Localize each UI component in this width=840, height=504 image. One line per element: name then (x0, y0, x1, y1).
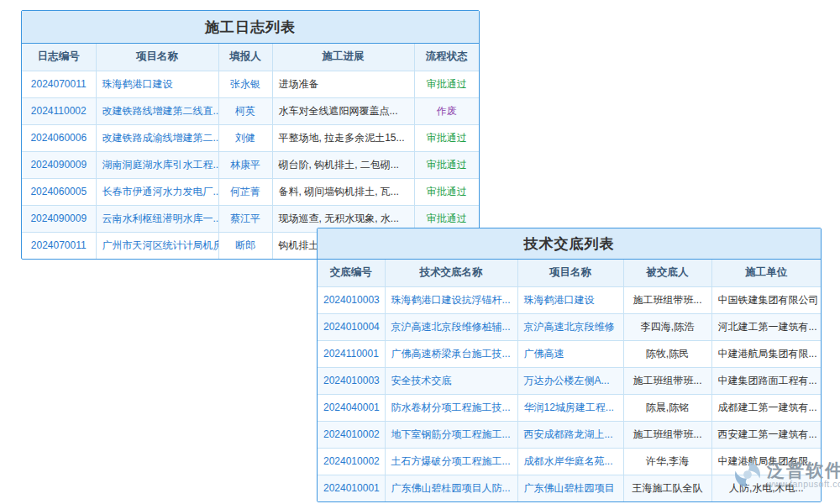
table-row[interactable]: 2024060005长春市伊通河水力发电厂...何芷菁备料, 砌间墙钩机排土, … (22, 178, 479, 205)
name-cell[interactable]: 珠海鹤港口建设抗浮锚杆... (385, 286, 517, 313)
id-cell[interactable]: 2024110002 (22, 97, 96, 124)
column-header-disclosure-id: 交底编号 (318, 260, 385, 286)
id-cell[interactable]: 2024010003 (318, 367, 385, 394)
table-row[interactable]: 2024010004京沪高速北京段维修桩辅...京沪高速北京段维修李四海,陈浩河… (318, 313, 821, 340)
receiver-cell: 陈晨,陈铭 (623, 394, 711, 421)
column-header-disclosure-project: 项目名称 (517, 260, 623, 286)
reporter-cell[interactable]: 断郎 (218, 232, 272, 259)
column-header-disclosure-unit: 施工单位 (711, 260, 821, 286)
table-row[interactable]: 2024010003安全技术交底万达办公楼左侧A...施工班组带班...中建集团… (318, 367, 821, 394)
project-cell[interactable]: 改建铁路成渝线增建第二... (96, 124, 218, 151)
status-cell: 审批通过 (414, 178, 479, 205)
name-cell[interactable]: 地下室钢筋分项工程施工... (385, 421, 517, 448)
project-cell[interactable]: 改建铁路线增建第二线直... (96, 97, 218, 124)
id-cell[interactable]: 2024060005 (22, 178, 96, 205)
name-cell[interactable]: 土石方爆破分项工程施工... (385, 448, 517, 475)
progress-cell: 进场准备 (272, 71, 414, 97)
receiver-cell: 许华,李海 (623, 448, 711, 475)
column-header-log-status: 流程状态 (414, 44, 479, 71)
receiver-cell: 施工班组带班... (623, 421, 711, 448)
project-cell[interactable]: 广东佛山碧桂园项目 (517, 475, 623, 501)
watermark-url-text: www.fanpusoft.com (767, 480, 840, 490)
unit-cell: 成都建工第一建筑有... (711, 394, 821, 421)
table-row[interactable]: 2024010002地下室钢筋分项工程施工...西安成都路龙湖上...施工班组带… (318, 421, 821, 448)
column-header-log-id: 日志编号 (22, 44, 96, 71)
table-row[interactable]: 2024070011珠海鹤港口建设张永银进场准备审批通过 (22, 71, 479, 97)
receiver-cell: 李四海,陈浩 (623, 313, 711, 340)
receiver-cell: 施工班组带班... (623, 286, 711, 313)
table-row[interactable]: 2024010003珠海鹤港口建设抗浮锚杆...珠海鹤港口建设施工班组带班...… (318, 286, 821, 313)
receiver-cell: 陈牧,陈民 (623, 340, 711, 367)
progress-cell: 备料, 砌间墙钩机排土, 瓦... (272, 178, 414, 205)
id-cell[interactable]: 2024010002 (318, 448, 385, 475)
fanpu-logo-icon (732, 459, 763, 490)
reporter-cell[interactable]: 何芷菁 (218, 178, 272, 205)
column-header-log-project: 项目名称 (96, 44, 218, 71)
project-cell[interactable]: 湖南洞庭湖水库引水工程... (96, 151, 218, 178)
unit-cell: 西安建工第一建筑有... (711, 421, 821, 448)
column-header-log-reporter: 填报人 (218, 44, 272, 71)
unit-cell: 中建集团路面工程有... (711, 367, 821, 394)
project-cell[interactable]: 珠海鹤港口建设 (517, 286, 623, 313)
id-cell[interactable]: 2024010002 (318, 421, 385, 448)
id-cell[interactable]: 2024060006 (22, 124, 96, 151)
reporter-cell[interactable]: 柯英 (218, 97, 272, 124)
unit-cell: 中建港航局集团有限... (711, 340, 821, 367)
table-row[interactable]: 2024090009湖南洞庭湖水库引水工程...林康平砌台阶, 钩机排土, 二包… (22, 151, 479, 178)
project-cell[interactable]: 珠海鹤港口建设 (96, 71, 218, 97)
status-cell: 审批通过 (414, 71, 479, 97)
watermark-brand-text: 泛普软件 (767, 460, 840, 480)
construction-log-table: 日志编号 项目名称 填报人 施工进展 流程状态 2024070011珠海鹤港口建… (22, 44, 479, 259)
progress-cell: 平整场地, 拉走多余泥土15... (272, 124, 414, 151)
project-cell[interactable]: 成都水岸华庭名苑... (517, 448, 623, 475)
status-cell: 作废 (414, 97, 479, 124)
name-cell[interactable]: 广东佛山碧桂园项目人防... (385, 475, 517, 501)
column-header-disclosure-name: 技术交底名称 (385, 260, 517, 286)
reporter-cell[interactable]: 林康平 (218, 151, 272, 178)
watermark: 泛普软件 www.fanpusoft.com (732, 459, 840, 490)
project-cell[interactable]: 广州市天河区统计计局机房... (96, 232, 218, 259)
project-cell[interactable]: 万达办公楼左侧A... (517, 367, 623, 394)
construction-log-window: 施工日志列表 日志编号 项目名称 填报人 施工进展 流程状态 202407001… (21, 10, 480, 260)
id-cell[interactable]: 2024090009 (22, 151, 96, 178)
id-cell[interactable]: 2024010004 (318, 313, 385, 340)
column-header-log-progress: 施工进展 (272, 44, 414, 71)
id-cell[interactable]: 2024070011 (22, 71, 96, 97)
project-cell[interactable]: 华润12城房建工程... (517, 394, 623, 421)
unit-cell: 中国铁建集团有限公司 (711, 286, 821, 313)
receiver-cell: 王海施工队全队 (623, 475, 711, 501)
id-cell[interactable]: 2024010003 (318, 286, 385, 313)
construction-log-title: 施工日志列表 (22, 11, 479, 44)
id-cell[interactable]: 2024090009 (22, 205, 96, 232)
receiver-cell: 施工班组带班... (623, 367, 711, 394)
project-cell[interactable]: 广佛高速 (517, 340, 623, 367)
table-row[interactable]: 2024110002改建铁路线增建第二线直...柯英水车对全线遮阳网覆盖点...… (22, 97, 479, 124)
reporter-cell[interactable]: 蔡江平 (218, 205, 272, 232)
progress-cell: 砌台阶, 钩机排土, 二包砌... (272, 151, 414, 178)
progress-cell: 水车对全线遮阳网覆盖点... (272, 97, 414, 124)
project-cell[interactable]: 云南水利枢纽潜明水库一... (96, 205, 218, 232)
table-row[interactable]: 2024060006改建铁路成渝线增建第二...刘健平整场地, 拉走多余泥土15… (22, 124, 479, 151)
name-cell[interactable]: 防水卷材分项工程施工技... (385, 394, 517, 421)
table-row[interactable]: 2024110001广佛高速桥梁承台施工技...广佛高速陈牧,陈民中建港航局集团… (318, 340, 821, 367)
id-cell[interactable]: 2024010001 (318, 475, 385, 501)
unit-cell: 河北建工第一建筑有... (711, 313, 821, 340)
name-cell[interactable]: 广佛高速桥梁承台施工技... (385, 340, 517, 367)
technical-disclosure-title: 技术交底列表 (318, 228, 821, 260)
log-header-row: 日志编号 项目名称 填报人 施工进展 流程状态 (22, 44, 479, 71)
project-cell[interactable]: 西安成都路龙湖上... (517, 421, 623, 448)
id-cell[interactable]: 2024110001 (318, 340, 385, 367)
disclosure-header-row: 交底编号 技术交底名称 项目名称 被交底人 施工单位 (318, 260, 821, 286)
table-row[interactable]: 2024040001防水卷材分项工程施工技...华润12城房建工程...陈晨,陈… (318, 394, 821, 421)
reporter-cell[interactable]: 刘健 (218, 124, 272, 151)
name-cell[interactable]: 安全技术交底 (385, 367, 517, 394)
name-cell[interactable]: 京沪高速北京段维修桩辅... (385, 313, 517, 340)
column-header-disclosure-receiver: 被交底人 (623, 260, 711, 286)
project-cell[interactable]: 京沪高速北京段维修 (517, 313, 623, 340)
id-cell[interactable]: 2024040001 (318, 394, 385, 421)
project-cell[interactable]: 长春市伊通河水力发电厂... (96, 178, 218, 205)
status-cell: 审批通过 (414, 151, 479, 178)
status-cell: 审批通过 (414, 124, 479, 151)
reporter-cell[interactable]: 张永银 (218, 71, 272, 97)
id-cell[interactable]: 2024070011 (22, 232, 96, 259)
